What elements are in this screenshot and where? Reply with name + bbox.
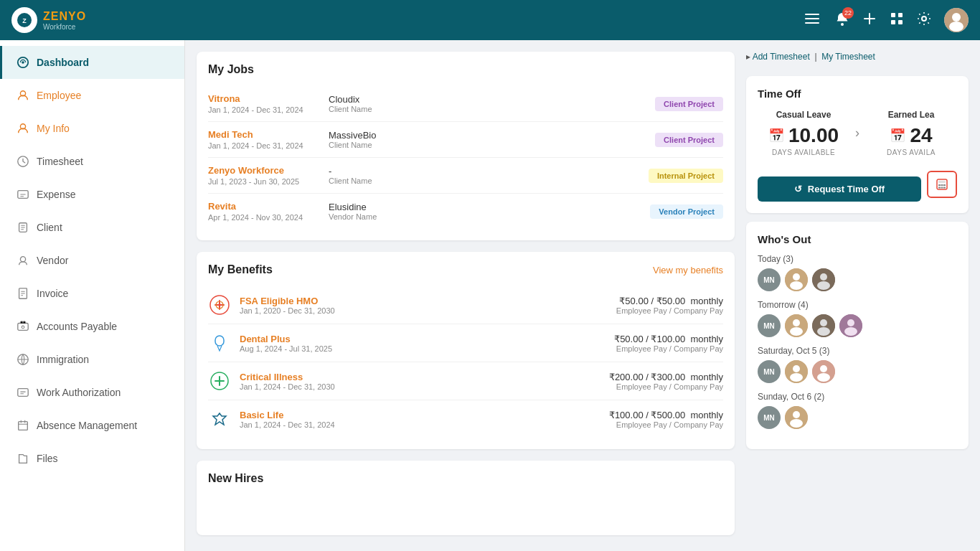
my-jobs-title: My Jobs	[208, 63, 723, 76]
calendar-icon: 📅	[768, 128, 784, 143]
sidebar-label-files: Files	[37, 453, 58, 464]
list-item: Basic Life Jan 1, 2024 - Dec 31, 2024 ₹1…	[208, 400, 723, 438]
table-row: Zenyo Workforce Jul 1, 2023 - Jun 30, 20…	[208, 158, 723, 194]
whos-out-title: Who's Out	[758, 233, 957, 245]
sidebar-item-absence-management[interactable]: Absence Management	[0, 409, 184, 442]
request-time-off-button[interactable]: ↺ Request Time Off	[758, 176, 921, 202]
benefit-info: FSA Eligible HMO Jan 1, 2020 - Dec 31, 2…	[240, 296, 335, 315]
new-hires-title: New Hires	[208, 472, 723, 485]
logo: Z ZENYO Workforce	[11, 7, 86, 33]
avatar-mn-3: MN	[758, 360, 781, 383]
my-jobs-card: My Jobs Vitrona Jan 1, 2024 - Dec 31, 20…	[197, 52, 735, 240]
svg-point-56	[844, 327, 857, 336]
benefit-icon-fsa	[208, 293, 231, 316]
svg-point-47	[817, 281, 830, 290]
sidebar-label-dashboard: Dashboard	[37, 57, 89, 68]
menu-icon[interactable]	[805, 11, 819, 29]
settings-icon[interactable]	[917, 11, 931, 29]
svg-point-26	[22, 326, 24, 329]
sidebar-item-files[interactable]: Files	[0, 442, 184, 475]
sidebar-item-invoice[interactable]: Invoice	[0, 277, 184, 310]
avatar-f5	[812, 360, 835, 383]
svg-rect-4	[805, 22, 819, 24]
svg-point-49	[793, 319, 800, 326]
notification-badge: 22	[842, 7, 854, 19]
sidebar-item-expense[interactable]: Expense	[0, 178, 184, 211]
add-timesheet-link[interactable]: Add Timesheet	[753, 52, 810, 62]
svg-point-5	[841, 23, 844, 26]
benefit-icon-basic-life	[208, 408, 231, 430]
sidebar-item-dashboard[interactable]: Dashboard	[0, 46, 184, 79]
svg-point-12	[922, 17, 926, 21]
svg-rect-25	[18, 324, 28, 331]
sidebar-label-employee: Employee	[37, 90, 81, 101]
job-date: Jul 1, 2023 - Jun 30, 2025	[208, 177, 323, 186]
job-date: Jan 1, 2024 - Dec 31, 2024	[208, 105, 323, 114]
list-item: Dental Plus Aug 1, 2024 - Jul 31, 2025 ₹…	[208, 324, 723, 362]
svg-point-53	[817, 327, 830, 336]
avatar-m2	[812, 314, 835, 337]
svg-text:Z: Z	[22, 17, 27, 24]
avatar-f2	[785, 314, 808, 337]
svg-point-46	[820, 273, 827, 281]
svg-rect-41	[943, 187, 946, 188]
new-hires-content	[208, 495, 723, 524]
svg-rect-2	[805, 14, 819, 15]
svg-rect-9	[898, 13, 903, 17]
job-badge: Internal Project	[649, 169, 723, 183]
job-badge: Client Project	[655, 133, 723, 147]
sidebar-item-client[interactable]: Client	[0, 211, 184, 244]
svg-rect-3	[805, 18, 819, 19]
job-badge: Vendor Project	[650, 204, 723, 219]
request-btn-label: Request Time Off	[808, 184, 885, 194]
add-icon[interactable]	[862, 11, 877, 29]
svg-point-44	[790, 281, 803, 290]
svg-point-61	[820, 365, 827, 372]
chevron-right-icon[interactable]: ›	[855, 126, 859, 141]
time-off-actions: ↺ Request Time Off	[758, 166, 957, 202]
job-date: Apr 1, 2024 - Nov 30, 2024	[208, 213, 323, 222]
sidebar-item-work-authorization[interactable]: Work Authorization	[0, 376, 184, 409]
svg-point-17	[22, 61, 24, 64]
benefits-title: My Benefits	[208, 263, 273, 276]
whos-out-card: Who's Out Today (3) MN Tomorrow (4)	[746, 222, 969, 449]
sidebar-item-vendor[interactable]: Vendor	[0, 244, 184, 277]
timesheet-links: ▸ Add Timesheet | My Timesheet	[746, 52, 969, 62]
sidebar-label-absence-management: Absence Management	[37, 420, 137, 431]
svg-rect-11	[898, 20, 903, 24]
avatar-mn-2: MN	[758, 314, 781, 337]
user-avatar[interactable]	[944, 8, 969, 32]
avatar-m1	[812, 268, 835, 291]
app-header: Z ZENYO Workforce 22	[0, 0, 980, 40]
sidebar-item-immigration[interactable]: Immigration	[0, 343, 184, 376]
svg-point-14	[952, 13, 961, 22]
svg-point-43	[793, 273, 800, 281]
job-date: Jan 1, 2024 - Dec 31, 2024	[208, 141, 323, 150]
avatar-f6	[785, 406, 808, 429]
sidebar-label-vendor: Vendor	[37, 255, 68, 266]
sidebar-label-timesheet: Timesheet	[37, 156, 83, 167]
refresh-icon: ↺	[794, 184, 802, 194]
job-name: Revita	[208, 201, 323, 212]
sidebar-item-timesheet[interactable]: Timesheet	[0, 145, 184, 178]
view-benefits-link[interactable]: View my benefits	[653, 265, 723, 276]
avatar-f1	[785, 268, 808, 291]
my-timesheet-link[interactable]: My Timesheet	[821, 52, 875, 62]
sidebar-item-accounts-payable[interactable]: Accounts Payable	[0, 310, 184, 343]
table-row: Vitrona Jan 1, 2024 - Dec 31, 2024 Cloud…	[208, 86, 723, 122]
notification-icon[interactable]: 22	[835, 11, 849, 29]
svg-rect-35	[938, 181, 946, 183]
sidebar-label-expense: Expense	[37, 189, 75, 200]
svg-rect-8	[891, 13, 895, 17]
sidebar-item-myinfo[interactable]: My Info	[0, 112, 184, 145]
calculator-button[interactable]	[927, 171, 957, 198]
svg-rect-32	[215, 336, 224, 346]
svg-rect-40	[941, 187, 943, 188]
job-client: - Client Name	[329, 166, 643, 185]
sidebar-label-immigration: Immigration	[37, 354, 89, 365]
sidebar-item-employee[interactable]: Employee	[0, 79, 184, 112]
benefit-amount: ₹50.00 / ₹50.00 monthly Employee Pay / C…	[616, 296, 723, 315]
apps-icon[interactable]	[890, 11, 904, 29]
benefit-amount: ₹200.00 / ₹300.00 monthly Employee Pay /…	[609, 372, 723, 391]
job-name: Medi Tech	[208, 129, 323, 140]
